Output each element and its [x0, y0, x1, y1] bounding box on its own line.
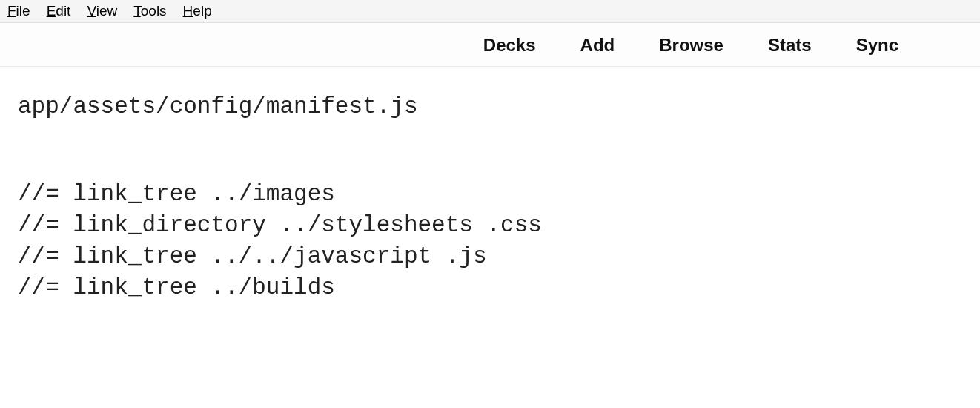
toolbar-browse[interactable]: Browse: [659, 35, 724, 56]
menubar: File Edit View Tools Help: [0, 0, 980, 23]
card-code: //= link_tree ../images //= link_directo…: [18, 179, 962, 303]
card-content: app/assets/config/manifest.js //= link_t…: [0, 67, 980, 329]
menu-help[interactable]: Help: [183, 3, 212, 19]
toolbar-stats[interactable]: Stats: [768, 35, 812, 56]
toolbar-sync[interactable]: Sync: [856, 35, 898, 56]
menu-file[interactable]: File: [7, 3, 30, 19]
card-filepath: app/assets/config/manifest.js: [18, 93, 962, 119]
menu-edit[interactable]: Edit: [47, 3, 71, 19]
toolbar-decks[interactable]: Decks: [483, 35, 536, 56]
toolbar-add[interactable]: Add: [580, 35, 615, 56]
toolbar: Decks Add Browse Stats Sync: [0, 23, 980, 67]
menu-tools[interactable]: Tools: [133, 3, 166, 19]
menu-view[interactable]: View: [87, 3, 117, 19]
